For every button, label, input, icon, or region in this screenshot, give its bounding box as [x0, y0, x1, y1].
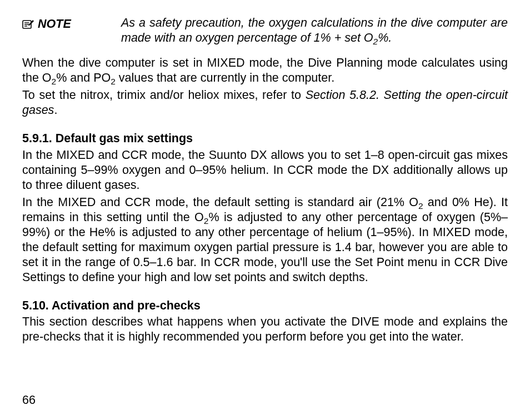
note-label-text: NOTE: [38, 17, 71, 32]
page-number: 66: [22, 393, 36, 408]
text: .: [54, 103, 57, 117]
manual-page: NOTE As a safety precaution, the oxygen …: [0, 0, 530, 420]
note-body: As a safety precaution, the oxygen calcu…: [121, 16, 508, 46]
subscript: 2: [111, 77, 116, 87]
s591-paragraph-1: In the MIXED and CCR mode, the Suunto DX…: [22, 148, 508, 193]
s510-paragraph-1: This section describes what happens when…: [22, 314, 508, 344]
intro-paragraph-1: When the dive computer is set in MIXED m…: [22, 56, 508, 86]
text: % and PO: [56, 71, 111, 84]
subscript: 2: [52, 77, 57, 87]
note-sub: 2: [373, 37, 378, 46]
text: In the MIXED and CCR mode, the default s…: [22, 196, 418, 209]
s591-paragraph-2: In the MIXED and CCR mode, the default s…: [22, 195, 508, 285]
heading-5-10: 5.10. Activation and pre-checks: [22, 298, 508, 313]
note-label: NOTE: [22, 16, 121, 32]
note-pencil-icon: [22, 19, 34, 29]
note-text-post: %.: [378, 31, 392, 44]
subscript: 2: [418, 201, 423, 211]
note-text-pre: As a safety precaution, the oxygen calcu…: [121, 16, 508, 44]
text: To set the nitrox, trimix and/or heliox …: [22, 88, 306, 102]
heading-5-9-1: 5.9.1. Default gas mix settings: [22, 131, 508, 146]
text: values that are currently in the compute…: [116, 71, 334, 84]
note-block: NOTE As a safety precaution, the oxygen …: [22, 16, 508, 46]
intro-paragraph-2: To set the nitrox, trimix and/or heliox …: [22, 88, 508, 118]
